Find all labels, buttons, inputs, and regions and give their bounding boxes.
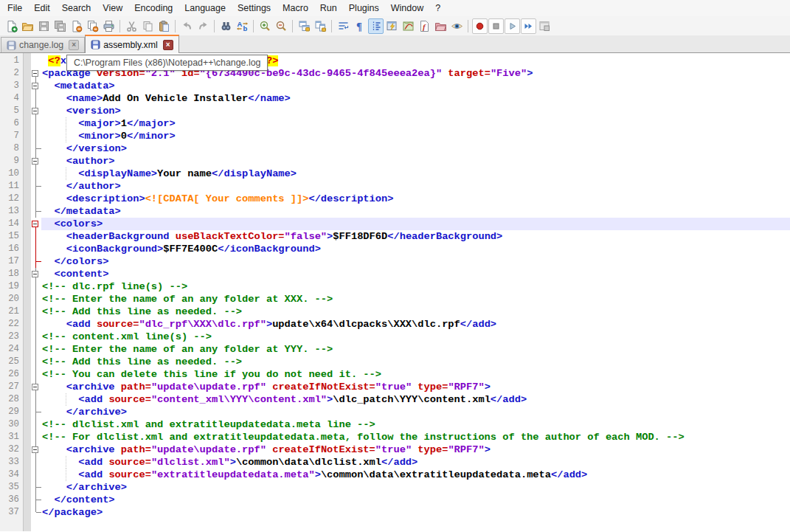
print-icon[interactable] (101, 18, 117, 34)
fold-marker[interactable] (31, 218, 41, 230)
code-text[interactable]: <!-- content.xml line(s) --> (41, 331, 790, 343)
code-text[interactable]: <!-- dlc.rpf line(s) --> (41, 280, 790, 293)
menu-item-macro[interactable]: Macro (277, 1, 314, 15)
bookmark-cell[interactable] (23, 117, 31, 130)
close-icon[interactable] (69, 18, 84, 34)
fold-marker[interactable] (31, 456, 41, 469)
fold-marker[interactable] (31, 469, 41, 481)
fold-marker[interactable] (31, 280, 41, 293)
fold-marker[interactable] (31, 356, 41, 368)
sync-horizontal-icon[interactable] (313, 18, 328, 34)
code-line-34[interactable]: 34 <add source="extratitleupdatedata.met… (0, 469, 790, 481)
code-text[interactable]: </content> (41, 494, 790, 506)
menu-item-edit[interactable]: Edit (28, 1, 56, 15)
code-line-14[interactable]: 14 <colors> (0, 218, 790, 230)
code-text[interactable]: <!-- You can delete this line if you do … (41, 368, 790, 381)
code-line-17[interactable]: 17 </colors> (0, 255, 790, 268)
code-text[interactable]: <iconBackground>$FF7E400C</iconBackgroun… (41, 243, 790, 255)
bookmark-cell[interactable] (23, 180, 31, 193)
bookmark-cell[interactable] (23, 155, 31, 167)
function-list-icon[interactable] (401, 18, 416, 34)
tab-change-log[interactable]: change.log× (1, 37, 85, 52)
code-line-23[interactable]: 23<!-- content.xml line(s) --> (0, 331, 790, 343)
tab-close-icon[interactable]: × (69, 40, 79, 50)
bookmark-cell[interactable] (23, 431, 31, 443)
cut-icon[interactable] (124, 18, 139, 34)
fold-marker[interactable] (31, 80, 41, 92)
menu-item-view[interactable]: View (97, 1, 128, 15)
bookmark-cell[interactable] (23, 443, 31, 456)
bookmark-cell[interactable] (23, 418, 31, 431)
fold-marker[interactable] (31, 494, 41, 506)
fold-marker[interactable] (31, 130, 41, 142)
fold-marker[interactable] (31, 243, 41, 255)
code-line-37[interactable]: 37</package> (0, 506, 790, 519)
show-all-characters-icon[interactable]: ¶ (352, 18, 367, 34)
paste-icon[interactable] (156, 18, 172, 34)
bookmark-cell[interactable] (23, 318, 31, 331)
code-text[interactable]: <add source="extratitleupdatedata.meta">… (41, 469, 790, 481)
fold-marker[interactable] (31, 506, 41, 519)
fold-marker[interactable] (31, 193, 41, 205)
code-text[interactable]: </version> (41, 142, 790, 155)
bookmark-cell[interactable] (23, 268, 31, 280)
code-line-27[interactable]: 27 <archive path="update\update.rpf" cre… (0, 381, 790, 393)
bookmark-cell[interactable] (23, 80, 31, 92)
fold-marker[interactable] (31, 167, 41, 180)
code-text[interactable]: </archive> (41, 406, 790, 418)
menu-item-run[interactable]: Run (314, 1, 343, 15)
bookmark-cell[interactable] (23, 406, 31, 418)
bookmark-cell[interactable] (23, 469, 31, 481)
code-line-7[interactable]: 7 <minor>0</minor> (0, 130, 790, 142)
code-line-24[interactable]: 24<!-- Enter the name of an any folder a… (0, 343, 790, 356)
menu-item-help[interactable]: ? (429, 1, 446, 15)
bookmark-cell[interactable] (23, 280, 31, 293)
tab-close-icon[interactable]: × (163, 40, 173, 50)
file-list-icon[interactable]: f (417, 18, 432, 34)
code-text[interactable]: <description><![CDATA[ Your comments ]]>… (41, 193, 790, 205)
open-file-icon[interactable] (20, 18, 35, 34)
bookmark-cell[interactable] (23, 506, 31, 519)
new-file-icon[interactable] (4, 18, 19, 34)
macro-run-multiple-icon[interactable] (521, 18, 536, 34)
monitoring-icon[interactable] (449, 18, 465, 34)
code-text[interactable]: <add source="dlc_rpf\XXX\dlc.rpf">update… (41, 318, 790, 331)
code-line-4[interactable]: 4 <name>Add On Vehicle Installer</name> (0, 92, 790, 105)
macro-save-icon[interactable] (537, 18, 552, 34)
code-text[interactable]: </package> (41, 506, 790, 519)
code-line-10[interactable]: 10 <displayName>Your name</displayName> (0, 167, 790, 180)
fold-marker[interactable] (31, 230, 41, 243)
bookmark-cell[interactable] (23, 343, 31, 356)
fold-marker[interactable] (31, 431, 41, 443)
fold-marker[interactable] (31, 343, 41, 356)
code-line-11[interactable]: 11 </author> (0, 180, 790, 193)
fold-marker[interactable] (31, 55, 41, 67)
indent-guide-icon[interactable] (368, 18, 384, 34)
bookmark-cell[interactable] (23, 230, 31, 243)
bookmark-cell[interactable] (23, 92, 31, 105)
save-icon[interactable] (36, 18, 52, 34)
code-line-9[interactable]: 9 <author> (0, 155, 790, 167)
bookmark-cell[interactable] (23, 494, 31, 506)
code-line-20[interactable]: 20<!-- Enter the name of an any folder a… (0, 293, 790, 305)
code-text[interactable]: </author> (41, 180, 790, 193)
fold-marker[interactable] (31, 443, 41, 456)
code-text[interactable]: <archive path="update\update.rpf" create… (41, 443, 790, 456)
tab-assembly-xml[interactable]: assembly.xml× (85, 35, 179, 53)
folder-as-workspace-icon[interactable] (433, 18, 448, 34)
macro-play-icon[interactable] (505, 18, 520, 34)
bookmark-cell[interactable] (23, 381, 31, 393)
close-all-icon[interactable] (85, 18, 100, 34)
code-line-26[interactable]: 26<!-- You can delete this line if you d… (0, 368, 790, 381)
redo-icon[interactable] (195, 18, 211, 34)
code-text[interactable]: <archive path="update\update.rpf" create… (41, 381, 790, 393)
macro-record-icon[interactable] (472, 18, 488, 34)
code-line-35[interactable]: 35 </archive> (0, 481, 790, 494)
fold-marker[interactable] (31, 393, 41, 406)
code-line-29[interactable]: 29 </archive> (0, 406, 790, 418)
fold-marker[interactable] (31, 255, 41, 268)
code-text[interactable]: <content> (41, 268, 790, 280)
code-line-22[interactable]: 22 <add source="dlc_rpf\XXX\dlc.rpf">upd… (0, 318, 790, 331)
bookmark-cell[interactable] (23, 331, 31, 343)
fold-marker[interactable] (31, 117, 41, 130)
